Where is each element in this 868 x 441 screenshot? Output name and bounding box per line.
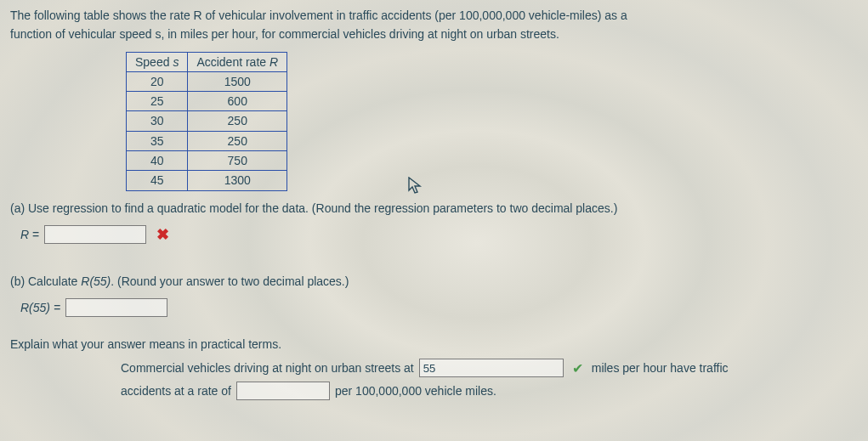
cell-s: 25 (127, 92, 188, 111)
cell-s: 35 (127, 131, 188, 150)
col-header-rate: Accident rate R (188, 52, 287, 71)
rate-header-var: R (269, 55, 278, 69)
cell-s: 20 (127, 71, 188, 91)
explain-speed-input[interactable] (419, 359, 564, 377)
explain-seg2: miles per hour have traffic (592, 359, 729, 376)
part-b-input[interactable] (65, 298, 167, 317)
part-b-prompt: (b) Calculate R(55). (Round your answer … (10, 273, 858, 290)
rate-header-text: Accident rate (196, 55, 269, 69)
lhs-eq: = (29, 228, 39, 241)
speed-header-text: Speed (135, 55, 173, 69)
explain-rate-input[interactable] (236, 382, 330, 400)
part-b-lhs: R(55) = (20, 299, 60, 316)
table-row: 40750 (127, 151, 287, 171)
table-row: 25600 (127, 92, 287, 111)
part-b-prompt-post: . (Round your answer to two decimal plac… (111, 274, 349, 288)
part-a: (a) Use regression to find a quadratic m… (10, 200, 858, 244)
cell-r: 1300 (188, 171, 287, 190)
part-a-input[interactable] (44, 225, 146, 244)
cell-r: 250 (188, 131, 287, 150)
cell-s: 45 (127, 171, 188, 190)
explain-seg3: accidents at a rate of (121, 382, 231, 399)
part-a-answer-row: R = ✖ (20, 225, 858, 244)
explain-seg1: Commercial vehicles driving at night on … (121, 359, 414, 376)
explain-line-1: Commercial vehicles driving at night on … (121, 359, 858, 378)
part-b: (b) Calculate R(55). (Round your answer … (10, 273, 858, 317)
table-row: 451300 (127, 171, 287, 190)
problem-intro: The following table shows the rate R of … (10, 7, 858, 43)
explain-section: Explain what your answer means in practi… (10, 336, 858, 399)
explain-question: Explain what your answer means in practi… (10, 336, 858, 353)
cell-r: 750 (188, 151, 287, 171)
part-b-answer-row: R(55) = (20, 298, 858, 317)
table-row: 35250 (127, 131, 287, 150)
table-row: 30250 (127, 111, 287, 131)
cell-s: 30 (127, 111, 188, 131)
cell-s: 40 (127, 151, 188, 171)
lhs-var: R (20, 228, 29, 241)
incorrect-icon: ✖ (156, 227, 169, 242)
col-header-speed: Speed s (127, 52, 188, 71)
intro-line-2: function of vehicular speed s, in miles … (10, 25, 858, 42)
part-a-lhs: R = (20, 226, 39, 243)
part-a-prompt: (a) Use regression to find a quadratic m… (10, 200, 858, 217)
data-table: Speed s Accident rate R 201500 25600 302… (126, 52, 287, 191)
intro-line-1: The following table shows the rate R of … (10, 7, 858, 24)
correct-icon: ✔ (572, 359, 583, 378)
part-b-prompt-pre: (b) Calculate (10, 274, 81, 288)
speed-header-var: s (173, 55, 179, 69)
cursor-icon (408, 177, 423, 195)
part-b-prompt-fn: R(55) (81, 274, 111, 288)
cell-r: 1500 (188, 71, 287, 91)
table-row: 201500 (127, 71, 287, 91)
cell-r: 250 (188, 111, 287, 131)
explain-line-2: accidents at a rate of per 100,000,000 v… (121, 382, 858, 400)
explain-seg4: per 100,000,000 vehicle miles. (335, 382, 496, 399)
table-header-row: Speed s Accident rate R (127, 52, 287, 71)
cell-r: 600 (188, 92, 287, 111)
